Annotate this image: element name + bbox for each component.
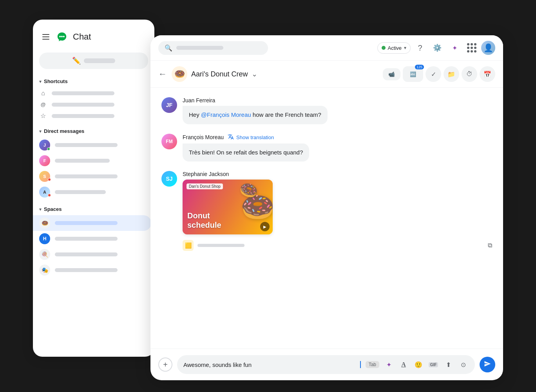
translate-icon: 🔤 (410, 71, 416, 77)
francois-message-content: François Moreau Show translation Très bi… (183, 134, 492, 162)
spaces-label: Spaces (44, 206, 62, 212)
translate-icon (228, 134, 234, 141)
dm1-label (55, 143, 118, 147)
settings-button[interactable]: ⚙️ (429, 40, 445, 56)
message-group-francois: FM François Moreau Show translation (161, 134, 492, 162)
donut-space-icon: 🍩 (39, 218, 50, 229)
dm1-avatar: J (39, 140, 50, 151)
copy-icon: ⧉ (488, 242, 492, 249)
sidebar-item-space-party[interactable]: 🎭 (33, 262, 151, 278)
emoji-icon: 🙂 (415, 361, 422, 368)
sidebar: Chat ✏️ ▾ Shortcuts ⌂ @ ☆ ▾ Direct mess (33, 20, 154, 357)
stephanie-message-content: Stephanie Jackson Dan's Donut Shop (183, 171, 492, 253)
menu-icon[interactable] (41, 33, 51, 41)
ai-assist-button[interactable]: ✦ (383, 359, 394, 370)
francois-sender-name: François Moreau (183, 134, 224, 140)
mentions-label (52, 103, 114, 107)
cursor (360, 361, 361, 368)
message-input-box[interactable]: Awesome, sounds like fun Tab ✦ A 🙂 GIF ⬆ (177, 355, 475, 374)
starred-label (52, 114, 114, 118)
translation-toggle-button[interactable]: 🔤 125 (403, 66, 423, 82)
card-footer-bar (197, 244, 244, 247)
search-icon: 🔍 (165, 44, 172, 52)
spaces-section-header[interactable]: ▾ Spaces (33, 203, 154, 215)
francois-message-bubble: Très bien! On se refait des beignets qua… (183, 143, 309, 162)
spaces-chevron-icon: ▾ (39, 207, 42, 212)
dm-chevron-icon: ▾ (39, 129, 42, 134)
format-icon: A (401, 361, 406, 368)
status-indicator[interactable]: Active ▾ (377, 42, 411, 54)
ai-assist-icon: ✦ (386, 361, 391, 368)
show-translation-badge[interactable]: Show translation (228, 134, 274, 141)
message-input-text[interactable]: Awesome, sounds like fun (183, 361, 355, 368)
dm2-avatar: F (39, 155, 50, 166)
video-call-button[interactable]: 📹 (383, 68, 400, 80)
calendar-button[interactable]: 📅 (480, 66, 495, 82)
chat-window: 🔍 Active ▾ ? ⚙️ ✦ (150, 35, 503, 380)
sidebar-item-dm-3[interactable]: S (33, 169, 151, 184)
party-space-icon: 🎭 (39, 265, 50, 276)
help-button[interactable]: ? (412, 40, 428, 56)
more-options-button[interactable]: ⊙ (458, 359, 469, 370)
sidebar-item-dm-2[interactable]: F (33, 153, 151, 169)
add-attachment-button[interactable]: + (158, 358, 172, 372)
juan-avatar: JF (161, 97, 177, 113)
donut-schedule-card[interactable]: Dan's Donut Shop Donut schedule 🍩 🍩 (183, 180, 273, 234)
sidebar-item-home[interactable]: ⌂ (33, 87, 151, 99)
back-button[interactable]: ← (158, 69, 167, 79)
chat-room-avatar: 🍩 (172, 66, 187, 82)
gif-icon: GIF (429, 362, 438, 367)
apps-button[interactable] (464, 40, 480, 56)
sidebar-item-space-candy[interactable]: 🍭 (33, 247, 151, 262)
juan-message-content: Juan Ferreira Hey @François Moreau how a… (183, 97, 492, 124)
stephanie-avatar: SJ (161, 171, 177, 187)
new-chat-button[interactable]: ✏️ (39, 53, 148, 69)
translation-count-badge: 125 (415, 65, 424, 69)
h-space-label (55, 237, 118, 241)
format-text-button[interactable]: A (398, 359, 409, 370)
upload-icon: ⬆ (446, 361, 451, 368)
message-group-juan: JF Juan Ferreira Hey @François Moreau ho… (161, 97, 492, 124)
donut-card-message: Dan's Donut Shop Donut schedule 🍩 🍩 (183, 180, 492, 253)
stephanie-sender-name: Stephanie Jackson (183, 171, 229, 177)
chat-header: ← 🍩 Aari's Donut Crew ⌄ 📹 🔤 125 ✓ 📁 (150, 61, 503, 88)
donut-card-image: Dan's Donut Shop Donut schedule 🍩 🍩 (183, 180, 273, 234)
shortcuts-chevron-icon: ▾ (39, 79, 42, 84)
gemini-button[interactable]: ✦ (447, 40, 462, 56)
dm-section-header[interactable]: ▾ Direct messages (33, 125, 154, 137)
dm4-avatar-wrapper: A (39, 187, 50, 198)
folder-icon: 📁 (447, 71, 455, 78)
sidebar-item-space-h[interactable]: H (33, 231, 151, 247)
emoji-button[interactable]: 🙂 (413, 359, 424, 370)
shortcuts-section-header[interactable]: ▾ Shortcuts (33, 75, 154, 87)
sidebar-item-dm-4[interactable]: A (33, 184, 151, 200)
sidebar-item-dm-1[interactable]: J (33, 137, 151, 153)
candy-space-label (55, 252, 118, 256)
sidebar-item-starred[interactable]: ☆ (33, 110, 151, 122)
chat-name-chevron-icon[interactable]: ⌄ (252, 70, 257, 78)
plus-icon: + (163, 360, 168, 369)
card-video-badge: ▶ (260, 222, 270, 231)
h-space-icon: H (39, 233, 50, 244)
task-icon: ✓ (431, 71, 436, 78)
card-title: Donut schedule (187, 211, 221, 230)
help-icon: ? (418, 44, 422, 53)
send-button[interactable] (480, 357, 495, 372)
sidebar-item-space-donut[interactable]: 🍩 (33, 215, 151, 231)
upload-button[interactable]: ⬆ (443, 359, 454, 370)
sidebar-item-mentions[interactable]: @ (33, 99, 151, 110)
folder-button[interactable]: 📁 (444, 66, 459, 82)
card-copy-button[interactable]: ⧉ (488, 242, 492, 249)
more-options-icon: ⊙ (461, 361, 466, 368)
user-avatar[interactable]: 👤 (481, 41, 495, 55)
search-bar[interactable]: 🔍 (158, 41, 268, 55)
chat-header-actions: 📹 🔤 125 ✓ 📁 ⏱ 📅 (383, 66, 495, 82)
messages-area: JF Juan Ferreira Hey @François Moreau ho… (150, 88, 503, 348)
app-title: Chat (73, 32, 91, 42)
apps-grid-icon (467, 43, 476, 53)
star-icon: ☆ (39, 112, 47, 120)
task-button[interactable]: ✓ (426, 66, 441, 82)
gif-button[interactable]: GIF (428, 359, 439, 370)
timer-button[interactable]: ⏱ (462, 66, 477, 82)
send-icon (484, 360, 491, 369)
